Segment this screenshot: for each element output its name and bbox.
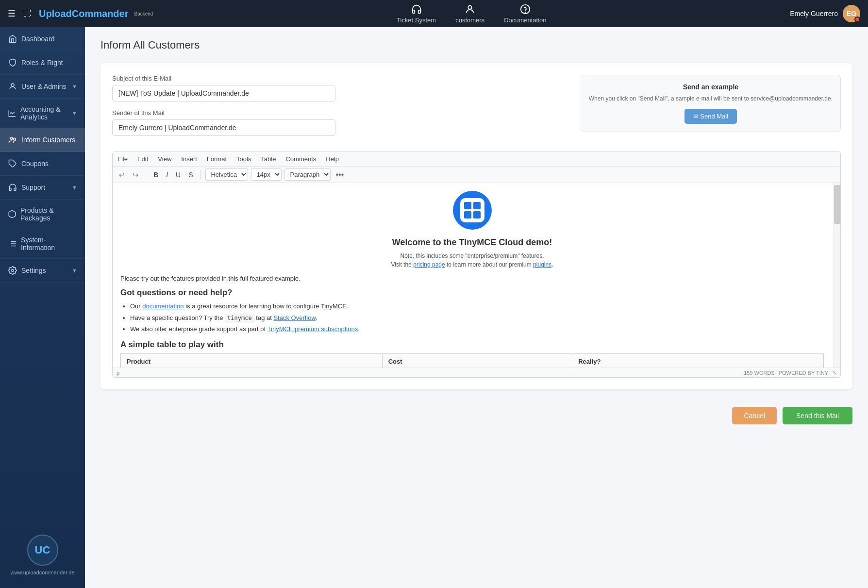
svg-point-5 [14,138,16,140]
subject-input[interactable] [112,85,335,101]
main-layout: Dashboard Roles & Right User & Admins ▼ [0,27,868,588]
sidebar-logo-text: UC [35,544,50,556]
sender-input[interactable] [112,119,335,136]
topnav-center: Ticket System customers Documentation [397,4,547,24]
sidebar-item-sysinfo-left: System-Information [8,236,77,252]
expand-icon[interactable]: ⛶ [23,9,31,18]
editor-menu-format[interactable]: Format [206,154,228,164]
sidebar-item-inform-customers[interactable]: Inform Customers [0,128,85,152]
hamburger-menu[interactable]: ☰ [8,8,16,19]
sidebar-item-roles-right[interactable]: Roles & Right [0,51,85,75]
home-icon [8,34,17,44]
sidebar-item-accounting[interactable]: Accounting & Analytics ▼ [0,99,85,128]
paragraph-select[interactable]: Paragraph [284,168,331,181]
sidebar-item-system-info[interactable]: System-Information [0,229,85,259]
strikethrough-button[interactable]: S [186,169,195,180]
email-form-section: Subject of this E-Mail Sender of this Ma… [100,63,852,389]
svg-point-13 [12,269,14,272]
editor-scrollbar[interactable] [834,183,840,368]
sidebar-item-user-admins[interactable]: User & Admins ▼ [0,75,85,99]
svg-point-4 [11,137,13,140]
editor-body[interactable]: Welcome to the TinyMCE Cloud demo! Note,… [113,183,840,368]
resize-handle-icon[interactable]: ⤡ [832,370,836,376]
logo-upload: Upload [39,8,72,19]
sidebar-item-coupons[interactable]: Coupons [0,152,85,176]
font-size-select[interactable]: 14px [251,168,282,181]
pricing-page-link[interactable]: pricing page [413,261,445,268]
editor-toolbar: ↩ ↪ B I U S Helvetica 14px Paragraph [113,167,840,183]
send-example-button[interactable]: ✉ Send Mail [684,109,737,124]
stackoverflow-link[interactable]: Stack Overflow [273,314,316,321]
bottom-actions: Cancel Send this Mail [100,399,852,428]
headset-icon-sidebar [8,183,17,192]
table-header-really: Really? [572,353,824,368]
toolbar-divider-1 [146,170,146,180]
send-this-mail-button[interactable]: Send this Mail [783,407,852,424]
editor-menu-table[interactable]: Table [260,154,277,164]
editor-menu-help[interactable]: Help [325,154,340,164]
sidebar-item-products[interactable]: Products & Packages [0,200,85,229]
bold-button[interactable]: B [151,169,161,180]
gear-icon [8,266,17,275]
sidebar-products-label: Products & Packages [20,206,77,222]
sidebar-item-dashboard[interactable]: Dashboard [0,27,85,51]
form-fields: Subject of this E-Mail Sender of this Ma… [112,75,569,144]
sidebar-accounting-label: Accounting & Analytics [20,105,72,121]
table-header-cost: Cost [382,353,572,368]
headset-icon [411,4,422,15]
undo-button[interactable]: ↩ [117,169,127,180]
premium-subscriptions-link[interactable]: TinyMCE premium subscriptions [267,325,358,333]
editor-table-title: A simple table to play with [120,340,824,350]
user-avatar[interactable]: EG [843,5,860,22]
font-family-select[interactable]: Helvetica [205,168,248,181]
editor-menu-file[interactable]: File [117,154,129,164]
plugins-link[interactable]: plugins [533,261,551,268]
editor-welcome-title: Welcome to the TinyMCE Cloud demo! [120,237,824,248]
tinymce-logo-svg [460,198,484,222]
scrollbar-thumb [834,185,840,224]
chevron-down-icon-2: ▼ [72,110,77,116]
svg-rect-18 [473,211,481,218]
svg-point-0 [468,5,471,9]
editor-menu-tools[interactable]: Tools [235,154,252,164]
page-title: Inform All Customers [100,39,852,51]
underline-button[interactable]: U [173,169,183,180]
sidebar-item-products-left: Products & Packages [8,206,77,222]
chevron-down-icon: ▼ [72,84,77,89]
nav-customers[interactable]: customers [455,4,484,24]
logo-commander: Commander [72,8,129,19]
redo-button[interactable]: ↪ [130,169,141,180]
send-example-title: Send an example [589,83,833,91]
nav-customers-label: customers [455,17,484,24]
editor-menu-edit[interactable]: Edit [136,154,149,164]
sidebar-roles-label: Roles & Right [21,59,63,67]
sidebar-item-settings[interactable]: Settings ▼ [0,259,85,283]
sidebar-item-roles-left: Roles & Right [8,58,63,67]
avatar-notification-badge [854,17,860,22]
editor-try-text: Please try out the features provided in … [120,275,824,282]
editor-menu-insert[interactable]: Insert [180,154,198,164]
person-icon [465,4,475,15]
nav-documentation[interactable]: Documentation [504,4,546,24]
sidebar-item-users-left: User & Admins [8,82,67,91]
help-icon [520,4,531,15]
editor-questions-title: Got questions or need help? [120,288,824,298]
nav-ticket-system[interactable]: Ticket System [397,4,436,24]
nav-ticket-label: Ticket System [397,17,436,24]
italic-button[interactable]: I [164,169,170,180]
editor-menu-view[interactable]: View [157,154,172,164]
sidebar-item-settings-left: Settings [8,266,46,275]
topnav-right: Emely Guerrero EG [790,5,860,22]
editor-statusbar: p 159 WORDS POWERED BY TINY ⤡ [113,368,840,377]
sidebar-item-support[interactable]: Support ▼ [0,176,85,200]
app-logo: UploadCommander Backend [39,8,153,19]
more-options-button[interactable]: ••• [335,170,344,179]
logo-text: UploadCommander [39,8,128,19]
sender-group: Sender of this Mail [112,109,569,136]
sidebar-item-support-left: Support [8,183,45,192]
sidebar-item-coupons-left: Coupons [8,159,49,168]
editor-menu-comments[interactable]: Comments [284,154,317,164]
chevron-down-icon-4: ▼ [72,268,77,273]
documentation-link[interactable]: documentation [142,302,184,310]
cancel-button[interactable]: Cancel [732,407,777,424]
